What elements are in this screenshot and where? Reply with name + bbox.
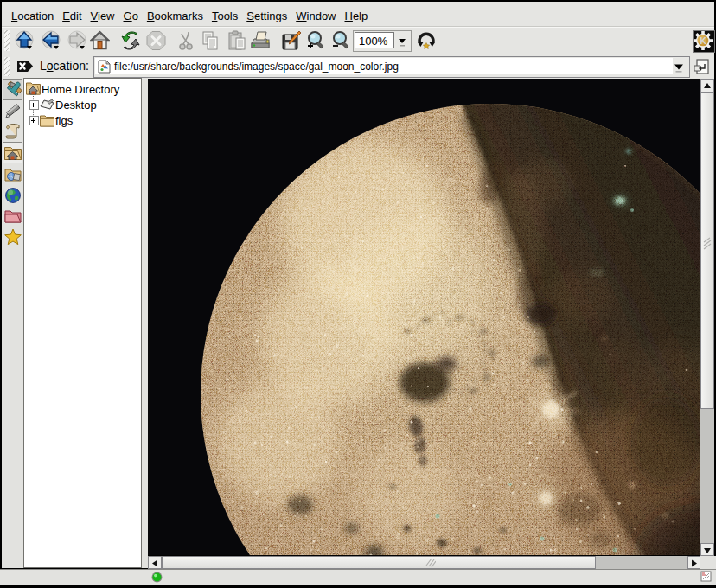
- svg-text:K: K: [700, 36, 706, 46]
